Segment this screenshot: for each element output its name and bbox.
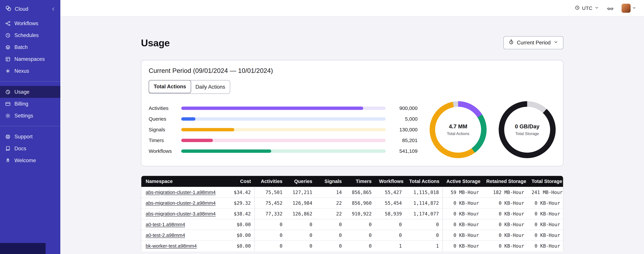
- bar-row-queries: Queries 5,000: [149, 116, 418, 122]
- value-cell: 0 KB-Hour: [443, 208, 482, 219]
- bar-fill: [181, 150, 271, 153]
- value-cell: 75,501: [254, 187, 286, 198]
- column-header: Namespace: [141, 176, 215, 187]
- glasses-button[interactable]: [607, 5, 614, 12]
- namespace-cell: a0-test-2.a98mm4: [141, 230, 215, 240]
- bar-label: Queries: [149, 116, 178, 122]
- value-cell: 0 KB-Hour: [528, 208, 563, 219]
- namespace-cell: a0-test-1.a98mm4: [141, 219, 215, 230]
- account-menu[interactable]: [622, 4, 636, 13]
- value-cell: 0 KB-Hour: [443, 240, 482, 251]
- column-header: Total Actions: [406, 176, 443, 187]
- value-cell: 0: [406, 219, 443, 230]
- stopwatch-icon: [508, 39, 514, 45]
- batch-icon: [5, 44, 11, 50]
- table-row: abs-migration-cluster-3.a98mm4$38.4277,3…: [141, 208, 563, 219]
- avatar: [622, 4, 630, 13]
- period-selector-label: Current Period: [517, 40, 551, 46]
- period-selector-button[interactable]: Current Period: [503, 36, 563, 49]
- bar-label: Timers: [149, 138, 178, 143]
- sidebar-item-settings[interactable]: Settings: [0, 110, 60, 122]
- value-cell: 0: [286, 240, 316, 251]
- namespace-link[interactable]: abs-migration-cluster-3.a98mm4: [146, 211, 216, 216]
- value-cell: 0: [254, 240, 286, 251]
- chevron-down-icon: [632, 6, 636, 11]
- value-cell: 0 KB-Hour: [443, 219, 482, 230]
- sidebar-item-label: Billing: [14, 101, 28, 107]
- value-cell: 0: [346, 219, 375, 230]
- timezone-label: UTC: [582, 5, 592, 11]
- donut-center: 0 GB/Day Total Storage: [504, 107, 550, 153]
- donut-center: 4.7 MM Total Actions: [435, 107, 481, 153]
- value-cell: 0: [254, 219, 286, 230]
- chevron-left-icon: [50, 6, 56, 12]
- brand-label: Cloud: [15, 6, 28, 12]
- column-header: Signals: [316, 176, 346, 187]
- value-cell: 1,114,872: [406, 198, 443, 208]
- column-header: Retained Storage: [482, 176, 528, 187]
- column-header: Workflows: [375, 176, 406, 187]
- page-title: Usage: [141, 37, 170, 48]
- total-storage-donut: 0 GB/Day Total Storage: [499, 101, 556, 158]
- value-cell: 0 KB-Hour: [528, 198, 563, 208]
- donut-value: 4.7 MM: [449, 123, 467, 130]
- support-icon: [5, 134, 11, 140]
- sidebar-item-schedules[interactable]: Schedules: [0, 29, 60, 41]
- chevron-down-icon: [632, 6, 636, 10]
- namespace-link[interactable]: a0-test-1.a98mm4: [146, 222, 185, 227]
- column-header: Timers: [346, 176, 375, 187]
- value-cell: 77,332: [254, 208, 286, 219]
- sidebar-item-namespaces[interactable]: Namespaces: [0, 53, 60, 65]
- sidebar-item-label: Namespaces: [14, 56, 45, 62]
- docs-icon: [5, 146, 11, 152]
- namespace-link[interactable]: abs-migration-cluster-1.a98mm4: [146, 190, 216, 195]
- namespace-link[interactable]: abs-migration-cluster-2.a98mm4: [146, 200, 216, 206]
- value-cell: $34.42: [215, 187, 254, 198]
- value-cell: $0.00: [215, 230, 254, 240]
- usage-table: NamespaceCostActivitiesQueriesSignalsTim…: [141, 176, 563, 251]
- namespace-link[interactable]: bk-worker-test.a98mm4: [146, 243, 197, 249]
- sidebar-item-docs[interactable]: Docs: [0, 142, 60, 154]
- clock-icon: [574, 5, 580, 12]
- sidebar-item-label: Support: [14, 134, 33, 140]
- namespace-cell: abs-migration-cluster-2.a98mm4: [141, 198, 215, 208]
- value-cell: 910,922: [346, 208, 375, 219]
- usage-charts: Activities 900,000 Queries 5,000 Signals…: [149, 101, 556, 158]
- bar-track: [181, 150, 386, 153]
- timezone-selector[interactable]: UTC: [574, 5, 599, 12]
- donut-label: Total Actions: [447, 131, 470, 136]
- bar-row-signals: Signals 130,000: [149, 127, 418, 132]
- value-cell: 0 KB-Hour: [528, 219, 563, 230]
- value-cell: 241 MB-Hour: [528, 187, 563, 198]
- sidebar-item-welcome[interactable]: Welcome: [0, 154, 60, 166]
- chevron-down-icon: [594, 5, 599, 11]
- value-cell: 1: [406, 240, 443, 251]
- glasses-icon: [607, 5, 614, 12]
- collapse-sidebar-button[interactable]: [50, 6, 56, 12]
- value-cell: 0 KB-Hour: [482, 230, 528, 240]
- sidebar-item-nexus[interactable]: Nexus: [0, 65, 60, 77]
- bar-fill: [181, 139, 213, 142]
- value-cell: $0.00: [215, 219, 254, 230]
- value-cell: 0 KB-Hour: [443, 198, 482, 208]
- clock-icon: [574, 5, 580, 10]
- value-cell: 0 KB-Hour: [528, 240, 563, 251]
- tab-daily-actions[interactable]: Daily Actions: [191, 80, 230, 94]
- sidebar-nav-support: Support Docs Welcome: [0, 131, 60, 166]
- value-cell: 1: [375, 240, 406, 251]
- value-cell: 0: [375, 219, 406, 230]
- bar-value: 130,000: [390, 127, 418, 132]
- sidebar-item-usage[interactable]: Usage: [0, 86, 60, 98]
- actions-tabs: Total Actions Daily Actions: [149, 80, 230, 94]
- namespace-link[interactable]: a0-test-2.a98mm4: [146, 232, 185, 238]
- table-row: bk-worker-test.a98mm4$0.000000110 KB-Hou…: [141, 240, 563, 251]
- value-cell: 1,115,018: [406, 187, 443, 198]
- sidebar-item-billing[interactable]: Billing: [0, 98, 60, 110]
- sidebar-item-workflows[interactable]: Workflows: [0, 18, 60, 29]
- tab-total-actions[interactable]: Total Actions: [149, 80, 191, 93]
- bar-fill: [181, 128, 234, 131]
- value-cell: 14: [316, 187, 346, 198]
- sidebar-item-support[interactable]: Support: [0, 131, 60, 142]
- sidebar-item-batch[interactable]: Batch: [0, 41, 60, 53]
- table-row: abs-migration-cluster-1.a98mm4$34.4275,5…: [141, 187, 563, 198]
